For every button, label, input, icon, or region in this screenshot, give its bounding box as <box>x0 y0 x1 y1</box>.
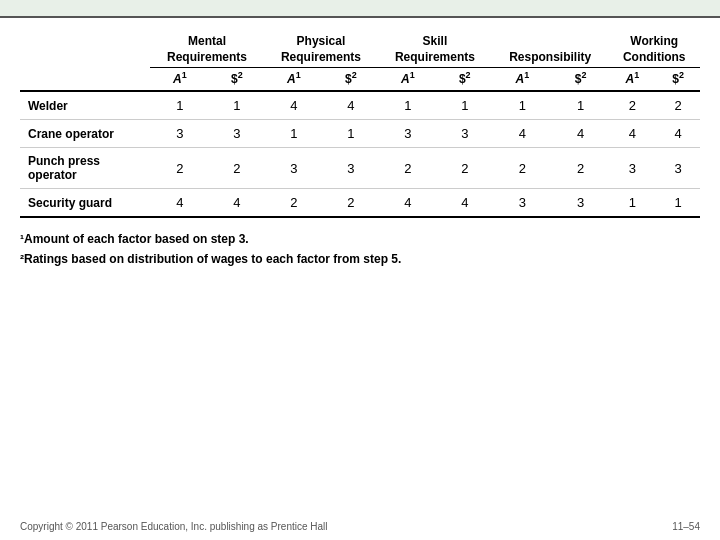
cell-value: 3 <box>438 120 492 148</box>
cell-value: 2 <box>553 148 608 189</box>
empty-col-header <box>20 28 150 68</box>
sub-h-a1-resp: A1 <box>492 68 553 92</box>
cell-value: 2 <box>210 148 264 189</box>
cell-value: 3 <box>553 189 608 218</box>
cell-value: 4 <box>438 189 492 218</box>
cell-value: 4 <box>553 120 608 148</box>
footnote-1: ¹Amount of each factor based on step 3. <box>20 232 700 246</box>
cell-value: 1 <box>324 120 378 148</box>
table-wrapper: MentalRequirements PhysicalRequirements … <box>0 18 720 218</box>
sub-h-a1-skill: A1 <box>378 68 438 92</box>
cell-value: 3 <box>492 189 553 218</box>
cell-value: 2 <box>492 148 553 189</box>
cell-value: 2 <box>438 148 492 189</box>
cell-value: 2 <box>264 189 324 218</box>
cell-value: 2 <box>150 148 210 189</box>
cell-value: 3 <box>210 120 264 148</box>
cell-value: 1 <box>264 120 324 148</box>
sub-h-a1-working: A1 <box>608 68 656 92</box>
table-row: Welder1144111122 <box>20 91 700 120</box>
table-row: Security guard4422443311 <box>20 189 700 218</box>
cell-value: 4 <box>656 120 700 148</box>
footnote-2: ²Ratings based on distribution of wages … <box>20 252 700 266</box>
mental-header: MentalRequirements <box>150 28 264 68</box>
cell-value: 3 <box>608 148 656 189</box>
table-row: Punch press operator2233222233 <box>20 148 700 189</box>
table-header <box>0 0 720 18</box>
cell-value: 2 <box>324 189 378 218</box>
responsibility-header: Responsibility <box>492 28 609 68</box>
footnotes-section: ¹Amount of each factor based on step 3. … <box>0 218 720 276</box>
sub-h-dollar2-working: $2 <box>656 68 700 92</box>
cell-value: 4 <box>492 120 553 148</box>
sub-header-row: A1 $2 A1 $2 A1 $2 A1 $2 A1 $2 <box>20 68 700 92</box>
sub-h-dollar2-resp: $2 <box>553 68 608 92</box>
empty-sub-header <box>20 68 150 92</box>
cell-value: 1 <box>378 91 438 120</box>
cell-value: 3 <box>378 120 438 148</box>
cell-value: 4 <box>150 189 210 218</box>
cell-value: 1 <box>608 189 656 218</box>
cell-value: 1 <box>150 91 210 120</box>
working-conditions-header: WorkingConditions <box>608 28 700 68</box>
sub-h-dollar2-physical: $2 <box>324 68 378 92</box>
skill-header: SkillRequirements <box>378 28 492 68</box>
page-container: MentalRequirements PhysicalRequirements … <box>0 0 720 540</box>
cell-value: 2 <box>608 91 656 120</box>
col-group-row: MentalRequirements PhysicalRequirements … <box>20 28 700 68</box>
cell-value: 3 <box>150 120 210 148</box>
cell-value: 1 <box>210 91 264 120</box>
copyright: Copyright © 2011 Pearson Education, Inc.… <box>20 521 328 532</box>
cell-value: 4 <box>378 189 438 218</box>
sub-h-a1-physical: A1 <box>264 68 324 92</box>
sub-h-a1-mental: A1 <box>150 68 210 92</box>
table-row: Crane operator3311334444 <box>20 120 700 148</box>
row-label: Punch press operator <box>20 148 150 189</box>
cell-value: 4 <box>264 91 324 120</box>
cell-value: 1 <box>553 91 608 120</box>
cell-value: 1 <box>656 189 700 218</box>
cell-value: 2 <box>378 148 438 189</box>
row-label: Security guard <box>20 189 150 218</box>
cell-value: 2 <box>656 91 700 120</box>
sub-h-dollar2-mental: $2 <box>210 68 264 92</box>
cell-value: 1 <box>438 91 492 120</box>
cell-value: 4 <box>324 91 378 120</box>
cell-value: 3 <box>324 148 378 189</box>
cell-value: 4 <box>608 120 656 148</box>
cell-value: 1 <box>492 91 553 120</box>
cell-value: 3 <box>656 148 700 189</box>
main-table: MentalRequirements PhysicalRequirements … <box>20 28 700 218</box>
row-label: Crane operator <box>20 120 150 148</box>
row-label: Welder <box>20 91 150 120</box>
sub-h-dollar2-skill: $2 <box>438 68 492 92</box>
cell-value: 3 <box>264 148 324 189</box>
page-number: 11–54 <box>672 521 700 532</box>
physical-header: PhysicalRequirements <box>264 28 378 68</box>
cell-value: 4 <box>210 189 264 218</box>
